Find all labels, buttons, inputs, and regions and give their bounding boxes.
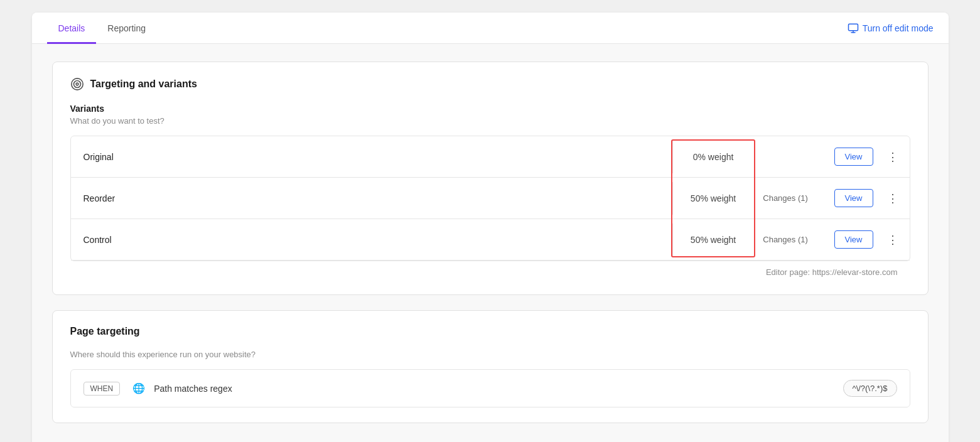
table-row: Control 50% weight Changes (1) View ⋮ [71,219,910,261]
actions-cell-control: View ⋮ [817,219,910,260]
variant-name-original: Original [71,141,672,173]
monitor-icon [848,23,859,34]
weight-cell-control: 50% weight [672,224,754,256]
svg-rect-0 [848,24,858,31]
section-header: Targeting and variants [70,77,910,91]
svg-point-5 [76,83,78,85]
tabs: Details Reporting [47,13,158,43]
view-button-control[interactable]: View [834,230,873,249]
actions-cell-original: View ⋮ [817,136,910,177]
targeting-section-card: Targeting and variants Variants What do … [52,62,929,295]
variants-sublabel: What do you want to test? [70,116,910,126]
page-targeting-table: WHEN 🌐 Path matches regex ^\/?(\?.*)$ [70,369,910,407]
weight-cell-original: 0% weight [672,141,754,173]
more-menu-button-control[interactable]: ⋮ [883,232,902,248]
changes-cell-reorder: Changes (1) [754,182,817,214]
view-button-original[interactable]: View [834,148,873,166]
globe-icon: 🌐 [132,382,145,394]
editor-page-link: Editor page: https://elevar-store.com [70,261,910,279]
page-targeting-title: Page targeting [70,326,140,337]
variant-rows-wrapper: Original 0% weight View ⋮ Reorder 50% we… [71,136,910,261]
view-button-reorder[interactable]: View [834,189,873,207]
targeting-icon [70,77,84,91]
content-area: Targeting and variants Variants What do … [32,44,949,442]
turn-off-edit-mode-button[interactable]: Turn off edit mode [848,18,934,39]
table-row: Reorder 50% weight Changes (1) View ⋮ [71,178,910,219]
variant-name-control: Control [71,224,672,256]
variant-name-reorder: Reorder [71,182,672,215]
page-targeting-section-card: Page targeting Where should this experie… [52,310,929,423]
path-row: WHEN 🌐 Path matches regex ^\/?(\?.*)$ [71,370,910,407]
page-targeting-header: Page targeting [70,326,910,337]
variants-table: Original 0% weight View ⋮ Reorder 50% we… [70,136,910,261]
when-badge: WHEN [83,382,121,396]
changes-cell-control: Changes (1) [754,224,817,256]
section-title: Targeting and variants [90,78,197,90]
tab-bar: Details Reporting Turn off edit mode [32,13,949,44]
regex-value: ^\/?(\?.*)$ [843,380,897,397]
svg-point-3 [71,78,82,90]
svg-point-4 [73,81,80,88]
tab-details[interactable]: Details [47,13,97,44]
path-matches-label: Path matches regex [154,384,836,394]
weight-cell-reorder: 50% weight [672,182,754,215]
table-row: Original 0% weight View ⋮ [71,136,910,178]
page-targeting-sublabel: Where should this experience run on your… [70,350,910,359]
more-menu-button-original[interactable]: ⋮ [883,149,902,165]
tab-reporting[interactable]: Reporting [96,13,157,44]
more-menu-button-reorder[interactable]: ⋮ [883,190,902,207]
variants-label: Variants [70,104,910,114]
changes-cell-original [754,146,817,168]
main-card: Details Reporting Turn off edit mode [32,13,949,442]
actions-cell-reorder: View ⋮ [817,178,910,218]
